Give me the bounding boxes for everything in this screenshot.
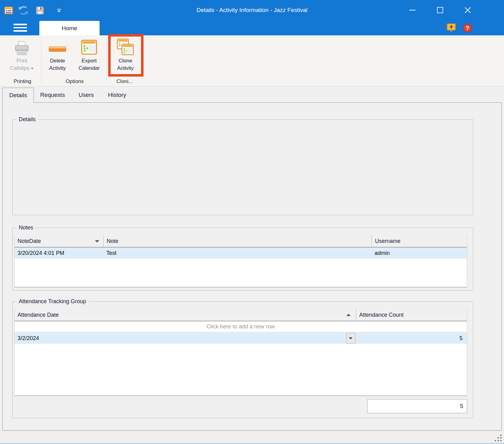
ribbon-group-cloning: Cloni... <box>108 77 142 85</box>
qat-save-icon[interactable] <box>34 4 46 17</box>
qat-sync-icon[interactable] <box>17 4 30 17</box>
attendance-row-date: 3/2/2024 <box>14 333 346 344</box>
print-callslips-button: Print Callslips <box>4 37 40 76</box>
maximize-button[interactable] <box>431 0 449 20</box>
menu-button[interactable] <box>14 24 27 32</box>
sort-ascending-icon <box>346 314 351 316</box>
attendance-column-count[interactable]: Attendance Count <box>356 309 467 321</box>
attendance-groupbox-legend: Attendance Tracking Group <box>17 298 88 305</box>
chevron-down-icon <box>349 337 352 339</box>
print-label-line2: Callslips <box>10 65 29 71</box>
details-groupbox: Details <box>12 119 473 215</box>
help-icon[interactable]: ? <box>462 23 473 33</box>
notedate-header-label: NoteDate <box>18 238 41 244</box>
window-title: Details - Activity Information - Jazz Fe… <box>61 0 443 20</box>
username-header-label: Username <box>375 238 400 244</box>
note-header-label: Note <box>107 238 118 244</box>
menu-bar <box>14 30 27 32</box>
printer-icon <box>4 37 40 56</box>
export-label-line2: Calendar <box>73 65 106 72</box>
tab-users[interactable]: Users <box>71 88 101 103</box>
ribbon-group-options: Options <box>43 77 106 85</box>
notes-column-note[interactable]: Note <box>103 235 372 247</box>
tab-requests[interactable]: Requests <box>34 88 71 103</box>
notes-groupbox-legend: Notes <box>17 224 35 231</box>
add-new-row[interactable]: Click here to add a new row <box>14 321 467 332</box>
attendance-count-summary: 5 <box>367 399 467 413</box>
export-calendar-button[interactable]: Export Calendar <box>73 37 106 76</box>
menu-bar <box>14 27 27 29</box>
attendance-grid: Attendance Date Attendance Count Click h… <box>14 309 467 396</box>
notes-grid-empty-area <box>14 259 467 287</box>
delete-activity-button[interactable]: Delete Activity <box>43 37 72 76</box>
notes-row-note: Test <box>103 248 372 259</box>
close-button[interactable] <box>459 0 476 20</box>
dropdown-arrow-icon <box>31 68 34 69</box>
details-groupbox-legend: Details <box>17 116 38 123</box>
svg-text:?: ? <box>466 25 469 31</box>
ribbon-group-separator <box>106 38 107 83</box>
notes-grid: NoteDate Note Username 3/20/2024 4:01 PM… <box>14 235 467 287</box>
resize-grip-icon[interactable] <box>500 440 502 441</box>
titlebar: Details - Activity Information - Jazz Fe… <box>0 0 504 20</box>
print-label-line1: Print <box>17 58 27 64</box>
chevron-bar <box>57 9 61 10</box>
attendance-row[interactable]: 3/2/2024 5 <box>14 333 467 344</box>
ribbon: Print Callslips Delete Activity <box>0 35 504 87</box>
notes-row[interactable]: 3/20/2024 4:01 PM Test admin <box>14 248 467 259</box>
chevron-triangle <box>57 10 61 12</box>
tab-details[interactable]: Details <box>2 88 34 103</box>
ribbon-group-separator <box>41 38 41 83</box>
ribbon-tab-row: Home ? <box>0 20 504 35</box>
attendance-grid-header: Attendance Date Attendance Count <box>14 309 467 321</box>
clone-activity-highlight-box <box>108 34 144 77</box>
attendance-date-dropdown-button[interactable] <box>346 333 355 343</box>
sort-descending-icon <box>95 240 99 243</box>
notes-column-username[interactable]: Username <box>372 235 467 247</box>
document-tabstrip: Details Requests Users History <box>0 87 504 102</box>
notes-column-notedate[interactable]: NoteDate <box>14 235 103 247</box>
attendance-row-count: 5 <box>356 333 467 344</box>
notes-row-notedate: 3/20/2024 4:01 PM <box>14 248 103 259</box>
delete-activity-icon <box>43 37 72 56</box>
delete-label-line1: Delete <box>43 57 72 65</box>
notes-row-username: admin <box>372 248 467 259</box>
app-window: Details - Activity Information - Jazz Fe… <box>0 0 504 444</box>
minimize-button[interactable] <box>404 0 421 20</box>
export-label-line1: Export <box>73 57 106 65</box>
qat-activity-calendar-icon[interactable] <box>2 4 15 17</box>
feedback-pin-icon[interactable] <box>446 23 457 33</box>
attendance-count-header-label: Attendance Count <box>359 312 404 318</box>
notes-grid-header: NoteDate Note Username <box>14 235 467 248</box>
tab-history[interactable]: History <box>101 88 133 103</box>
attendance-grid-empty-area <box>14 344 467 395</box>
menu-bar <box>14 24 27 25</box>
attendance-date-header-label: Attendance Date <box>18 312 59 318</box>
attendance-column-date[interactable]: Attendance Date <box>14 309 356 321</box>
ribbon-group-printing: Printing <box>4 77 41 85</box>
export-calendar-icon <box>73 37 106 56</box>
status-bar <box>0 431 504 443</box>
ribbon-tab-home[interactable]: Home <box>39 21 100 35</box>
delete-label-line2: Activity <box>43 65 72 72</box>
